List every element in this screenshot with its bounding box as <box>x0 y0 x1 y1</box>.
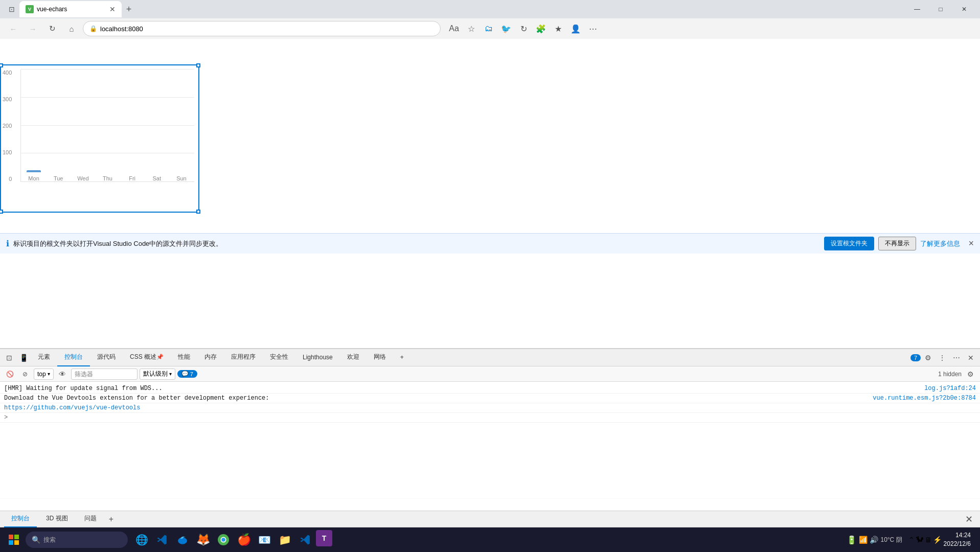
taskbar-app-edge2[interactable] <box>173 530 192 549</box>
tab-sources[interactable]: 源代码 <box>90 349 123 366</box>
page-content: 400 300 200 100 0 <box>0 39 980 233</box>
bottom-tab-bar: 控制台 3D 视图 问题 + ✕ <box>0 511 980 527</box>
tab-close-button[interactable]: ✕ <box>109 5 116 13</box>
forward-button[interactable]: → <box>25 20 41 37</box>
chrome-icon <box>218 534 229 545</box>
tab-lighthouse[interactable]: Lighthouse <box>295 349 340 366</box>
vscode-icon <box>156 534 168 545</box>
tab-security[interactable]: 安全性 <box>263 349 295 366</box>
clock-date: 2022/12/6 <box>944 540 971 548</box>
tray-icon-usb[interactable]: ⚡ <box>933 536 942 544</box>
close-button[interactable]: ✕ <box>952 0 976 18</box>
twitter-icon[interactable]: 🐦 <box>498 20 514 37</box>
tab-css-overview[interactable]: CSS 概述 📌 <box>123 349 171 366</box>
tab-application[interactable]: 应用程序 <box>224 349 263 366</box>
bar-label-mon: Mon <box>28 175 39 181</box>
taskbar-app-apple[interactable]: 🍎 <box>234 530 254 549</box>
bottom-tab-3d[interactable]: 3D 视图 <box>39 511 75 527</box>
maximize-button[interactable]: □ <box>929 0 952 18</box>
inspect-element-button[interactable]: ⊡ <box>2 351 16 365</box>
url-box[interactable]: 🔒 localhost:8080 <box>83 21 441 36</box>
gridline-3 <box>21 125 194 126</box>
devtools-dock-button[interactable]: ⋯ <box>949 351 964 365</box>
taskbar-app-firefox[interactable]: 🦊 <box>193 530 213 549</box>
issues-icon: 💬 <box>181 371 189 377</box>
devtools-badge: 7 <box>910 354 921 361</box>
taskbar-app-chrome[interactable] <box>214 530 233 549</box>
favorites-icon[interactable]: ☆ <box>463 20 480 37</box>
taskbar-app-terminal[interactable]: T <box>316 530 332 546</box>
dont-show-again-button[interactable]: 不再显示 <box>878 237 916 250</box>
devtools-link[interactable]: https://github.com/vuejs/vue-devtools <box>4 404 140 411</box>
taskbar-search[interactable]: 🔍 搜索 <box>26 532 128 548</box>
refresh-button[interactable]: ↻ <box>44 20 60 37</box>
star-icon[interactable]: ★ <box>550 20 566 37</box>
bar-group-mon: Mon <box>24 170 44 181</box>
console-line-2: Download the Vue Devtools extension for … <box>0 394 980 403</box>
bottom-tab-console[interactable]: 控制台 <box>4 511 37 527</box>
issues-badge: 💬 7 <box>177 370 197 378</box>
sync-icon[interactable]: ↻ <box>515 20 532 37</box>
chevron-down-icon: ▾ <box>48 371 50 377</box>
taskbar-app-files[interactable]: 📁 <box>275 530 294 549</box>
device-mode-button[interactable]: 📱 <box>16 351 31 365</box>
tab-network[interactable]: 网络 <box>367 349 393 366</box>
tray-icon-monitor[interactable]: 🖥 <box>925 536 932 544</box>
bottom-add-tab-button[interactable]: + <box>106 515 117 524</box>
network-icon: 📶 <box>859 536 868 544</box>
new-tab-button[interactable]: + <box>122 2 136 16</box>
eye-button[interactable]: 👁 <box>56 367 69 381</box>
console-source-2[interactable]: vue.runtime.esm.js?2b0e:8784 <box>873 395 976 402</box>
collection-icon[interactable]: 🗂 <box>481 20 497 37</box>
windows-logo-icon <box>9 535 19 545</box>
console-source-1[interactable]: log.js?1afd:24 <box>924 385 976 392</box>
minimize-button[interactable]: — <box>905 0 929 18</box>
level-select[interactable]: 默认级别 ▾ <box>140 369 175 380</box>
devtools-settings-button[interactable]: ⚙ <box>921 351 935 365</box>
set-root-folder-button[interactable]: 设置根文件夹 <box>824 237 874 250</box>
taskbar-clock[interactable]: 14:24 2022/12/6 <box>944 531 971 548</box>
tab-memory[interactable]: 内存 <box>197 349 224 366</box>
tab-welcome[interactable]: 欢迎 <box>340 349 367 366</box>
info-bar-close-button[interactable]: × <box>968 238 974 249</box>
bottom-tab-issues[interactable]: 问题 <box>77 511 104 527</box>
tray-icon-squirrel[interactable]: 🐿 <box>916 535 924 544</box>
browser-tab-active[interactable]: V vue-echars ✕ <box>19 1 122 17</box>
gridline-1 <box>21 69 194 70</box>
console-settings-button[interactable]: ⚙ <box>964 367 977 381</box>
filter-input[interactable] <box>71 369 138 380</box>
clock-time: 14:24 <box>944 531 971 540</box>
tab-console[interactable]: 控制台 <box>57 349 90 366</box>
browser-window: ⊡ V vue-echars ✕ + — □ ✕ ← → ↻ ⌂ <box>0 0 980 527</box>
back-button[interactable]: ← <box>5 20 21 37</box>
taskbar-app-outlook[interactable]: 📧 <box>255 530 274 549</box>
taskbar-app-edge[interactable]: 🌐 <box>132 530 151 549</box>
tab-more-button[interactable]: + <box>393 349 411 366</box>
devtools-close-button[interactable]: ✕ <box>964 351 978 365</box>
profile-icon[interactable]: ⊡ <box>4 2 19 17</box>
tab-elements[interactable]: 元素 <box>31 349 57 366</box>
tab-performance[interactable]: 性能 <box>171 349 197 366</box>
taskbar-app-vscode[interactable] <box>152 530 172 549</box>
search-placeholder: 搜索 <box>43 536 56 544</box>
bar-label-sun: Sun <box>176 175 187 181</box>
profile-avatar[interactable]: 👤 <box>567 20 584 37</box>
clear-console-button[interactable]: 🚫 <box>3 367 16 381</box>
devtools-tab-bar: ⊡ 📱 元素 控制台 源代码 CSS 概述 📌 性能 <box>0 349 980 366</box>
svg-rect-0 <box>9 535 13 539</box>
y-label-200: 200 <box>3 123 12 129</box>
menu-icon[interactable]: ⋯ <box>585 20 601 37</box>
tray-icon-1[interactable]: ⌃ <box>908 536 915 544</box>
bottom-close-button[interactable]: ✕ <box>962 512 976 526</box>
home-button[interactable]: ⌂ <box>63 20 80 37</box>
gridline-2 <box>21 97 194 98</box>
learn-more-link[interactable]: 了解更多信息 <box>920 239 960 248</box>
devtools-customize-button[interactable]: ⋮ <box>935 351 949 365</box>
bar-group-tue: Tue <box>48 172 69 181</box>
start-button[interactable] <box>4 530 24 549</box>
filter-icon[interactable]: ⊘ <box>18 367 32 381</box>
extensions-icon[interactable]: 🧩 <box>533 20 549 37</box>
top-context-select[interactable]: top ▾ <box>34 369 54 380</box>
taskbar-app-vscode2[interactable] <box>295 530 315 549</box>
read-mode-icon[interactable]: Aa <box>446 20 462 37</box>
